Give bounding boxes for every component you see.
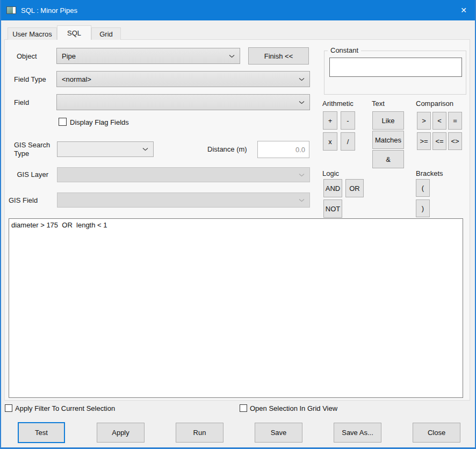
greater-than-button[interactable]: > [417, 112, 431, 130]
display-flag-fields-checkbox[interactable] [59, 118, 67, 126]
app-icon [6, 6, 16, 14]
and-button[interactable]: AND [323, 179, 342, 197]
field-dropdown[interactable] [56, 94, 310, 110]
run-button[interactable]: Run [176, 423, 223, 443]
minus-button[interactable]: - [341, 111, 355, 130]
object-dropdown[interactable]: Pipe [56, 48, 240, 64]
chevron-down-icon [299, 198, 305, 202]
display-flag-fields-label: Display Flag Fields [70, 118, 129, 126]
finish-button[interactable]: Finish << [248, 47, 309, 65]
or-button[interactable]: OR [345, 179, 364, 197]
distance-input[interactable] [257, 141, 309, 158]
sql-dialog-window: SQL : Minor Pipes ✕ User Macros SQL Grid… [0, 0, 476, 449]
matches-button[interactable]: Matches [372, 131, 404, 149]
equals-button[interactable]: = [448, 112, 462, 130]
not-equal-button[interactable]: <> [448, 132, 462, 150]
chevron-down-icon [299, 101, 305, 104]
window-title: SQL : Minor Pipes [21, 6, 77, 15]
object-dropdown-value: Pipe [62, 52, 76, 60]
test-button[interactable]: Test [18, 422, 65, 443]
close-bracket-button[interactable]: ) [416, 199, 430, 217]
field-type-label: Field Type [14, 75, 46, 84]
save-button[interactable]: Save [255, 423, 302, 443]
logic-label: Logic [322, 169, 339, 178]
open-selection-label: Open Selection In Grid View [250, 404, 337, 412]
plus-button[interactable]: + [323, 111, 337, 130]
gis-layer-dropdown[interactable] [57, 167, 310, 182]
chevron-down-icon [142, 147, 148, 151]
sql-query-editor[interactable]: diameter > 175 OR length < 1 [9, 218, 463, 398]
field-type-dropdown-value: <normal> [62, 75, 91, 83]
close-button[interactable]: ✕ [451, 0, 476, 20]
apply-filter-checkbox[interactable] [5, 404, 12, 412]
brackets-label: Brackets [416, 169, 443, 178]
less-than-button[interactable]: < [432, 112, 446, 130]
distance-label: Distance (m) [207, 145, 247, 154]
chevron-down-icon [299, 77, 305, 81]
text-label: Text [372, 99, 385, 108]
open-selection-checkbox[interactable] [240, 404, 247, 412]
comparison-label: Comparison [416, 99, 453, 108]
greater-equal-button[interactable]: >= [417, 132, 431, 150]
close-icon: ✕ [460, 6, 467, 14]
concat-button[interactable]: & [372, 150, 404, 168]
tab-user-macros[interactable]: User Macros [8, 27, 57, 40]
not-button[interactable]: NOT [323, 199, 342, 218]
apply-button[interactable]: Apply [97, 423, 145, 443]
constant-group-label: Constant [328, 46, 361, 54]
divide-button[interactable]: / [341, 132, 355, 151]
field-label: Field [14, 98, 29, 107]
close-dialog-button[interactable]: Close [413, 423, 460, 443]
gis-field-label: GIS Field [9, 196, 38, 205]
gis-search-type-label: GIS Search Type [14, 141, 52, 158]
field-type-dropdown[interactable]: <normal> [56, 71, 310, 87]
multiply-button[interactable]: x [323, 132, 337, 151]
gis-layer-label: GIS Layer [9, 170, 48, 179]
tab-sql[interactable]: SQL [57, 25, 91, 40]
save-as-button[interactable]: Save As... [334, 423, 381, 443]
constant-input[interactable] [329, 58, 462, 77]
gis-search-type-dropdown[interactable] [57, 141, 154, 157]
object-label: Object [17, 52, 37, 61]
title-bar: SQL : Minor Pipes ✕ [0, 0, 476, 20]
gis-field-dropdown[interactable] [57, 193, 310, 208]
arithmetic-label: Arithmetic [322, 99, 354, 108]
chevron-down-icon [299, 173, 305, 177]
app-icon-pane [7, 7, 13, 13]
less-equal-button[interactable]: <= [432, 132, 446, 150]
chevron-down-icon [229, 54, 235, 58]
tab-grid[interactable]: Grid [91, 27, 121, 40]
like-button[interactable]: Like [372, 111, 404, 130]
apply-filter-label: Apply Filter To Current Selection [15, 404, 115, 412]
open-bracket-button[interactable]: ( [416, 179, 430, 197]
